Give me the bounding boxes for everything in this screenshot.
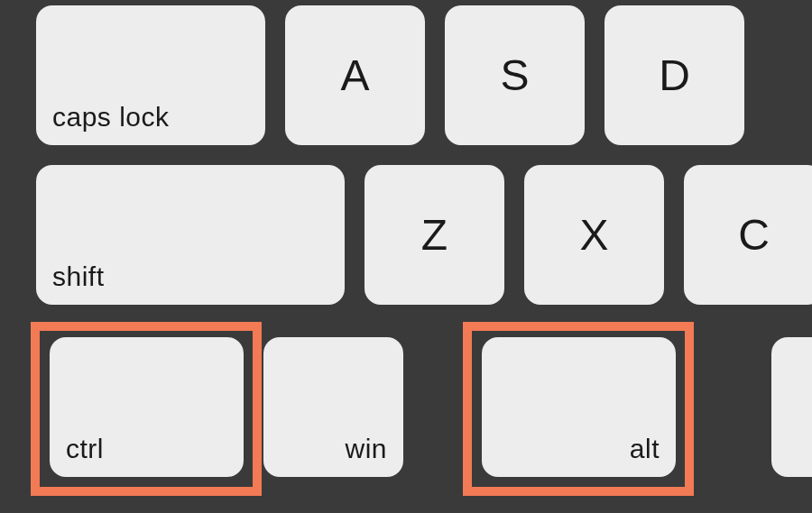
key-shift-label: shift — [36, 249, 121, 305]
key-a-label: A — [340, 50, 369, 100]
key-s[interactable]: S — [445, 5, 585, 145]
key-s-label: S — [500, 50, 529, 100]
key-ctrl-label: ctrl — [50, 421, 120, 477]
key-a[interactable]: A — [285, 5, 425, 145]
key-win-label: win — [328, 421, 403, 477]
key-d[interactable]: D — [604, 5, 744, 145]
key-shift[interactable]: shift — [36, 165, 345, 305]
key-space-label — [771, 452, 804, 477]
key-c-label: C — [738, 210, 770, 260]
key-alt-label: alt — [614, 421, 676, 477]
key-d-label: D — [659, 50, 690, 100]
key-x[interactable]: X — [524, 165, 664, 305]
key-x-label: X — [579, 210, 608, 260]
key-c[interactable]: C — [684, 165, 812, 305]
key-capslock-label: caps lock — [36, 89, 186, 145]
key-ctrl[interactable]: ctrl — [50, 337, 244, 477]
key-z[interactable]: Z — [364, 165, 504, 305]
key-space[interactable] — [771, 337, 812, 477]
key-z-label: Z — [421, 210, 448, 260]
key-win[interactable]: win — [263, 337, 403, 477]
key-capslock[interactable]: caps lock — [36, 5, 265, 145]
key-alt[interactable]: alt — [482, 337, 676, 477]
